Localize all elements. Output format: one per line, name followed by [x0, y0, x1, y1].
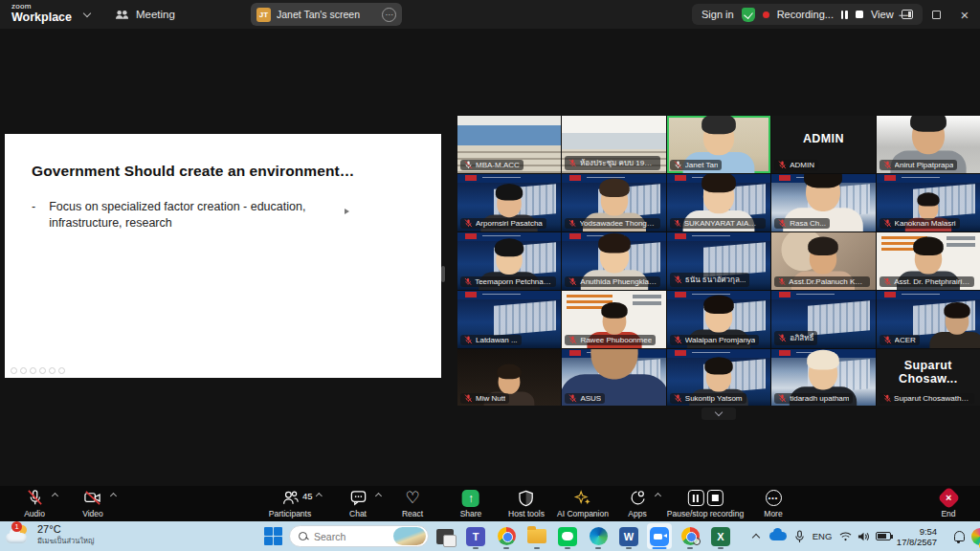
chat-options-chevron[interactable]	[375, 493, 382, 499]
video-options-chevron[interactable]	[110, 493, 117, 499]
participant-tile[interactable]: Kanoknan Malasri	[877, 174, 980, 231]
chat-label: Chat	[349, 509, 367, 518]
weather-cloud-icon: 1	[6, 523, 31, 546]
participant-tile[interactable]: SUKANYARAT AIAMAE...	[667, 174, 770, 231]
participants-options-chevron[interactable]	[316, 493, 323, 499]
taskbar-app-edge[interactable]	[586, 523, 611, 549]
language-indicator[interactable]: ENG	[810, 521, 835, 551]
participant-tile[interactable]: Anirut Pipatprapa	[877, 116, 980, 173]
mic-muted-icon	[464, 394, 473, 403]
meeting-main-area: Government Should create an environment……	[0, 29, 980, 486]
notification-bell-icon[interactable]	[949, 521, 967, 551]
encryption-shield-icon[interactable]	[742, 8, 755, 22]
apps-options-chevron[interactable]	[655, 493, 661, 499]
end-button[interactable]: × End	[938, 489, 959, 518]
stop-icon[interactable]	[706, 490, 723, 506]
taskbar-app-teams[interactable]: T	[463, 523, 488, 549]
participant-tile[interactable]: Sukontip Yatsom	[667, 349, 770, 406]
weather-desc: มีเมฆเป็นส่วนใหญ่	[37, 535, 94, 546]
participant-tile[interactable]: tidaradh upatham	[771, 349, 875, 406]
taskbar-app-line[interactable]	[555, 523, 580, 549]
jt-avatar-badge: JT	[256, 8, 271, 22]
participant-tile[interactable]: ACER	[877, 291, 980, 348]
scrollbar-thumb[interactable]	[441, 266, 445, 282]
start-button[interactable]	[264, 527, 282, 545]
taskbar-search[interactable]	[289, 525, 429, 547]
video-off-icon	[82, 489, 103, 507]
mic-muted-icon	[568, 159, 577, 167]
host-tools-button[interactable]: Host tools	[508, 489, 545, 518]
pause-recording-icon[interactable]	[841, 11, 848, 19]
participant-tile[interactable]: Teemaporn Petchnamk...	[457, 232, 561, 290]
participant-tile[interactable]: ASUS	[562, 349, 665, 406]
gallery-collapse-button[interactable]	[702, 408, 736, 420]
taskbar-app-word[interactable]: W	[616, 523, 641, 549]
react-button[interactable]: ♡ React	[402, 489, 423, 518]
participant-tile[interactable]: Arpornsiri Pasatcha	[457, 174, 561, 231]
tab-meeting[interactable]: Meeting	[107, 0, 183, 29]
taskbar-app-excel[interactable]: X	[708, 523, 733, 549]
participant-name: Yodsawadee Thongklang	[580, 219, 657, 228]
participant-name: tidaradh upatham	[790, 394, 849, 403]
participant-tile[interactable]: อภิสิทธิ์	[771, 291, 875, 348]
participant-name: Sukontip Yatsom	[685, 394, 743, 403]
tab-options-icon[interactable]: ⋯	[382, 8, 396, 22]
participant-name: อภิสิทธิ์	[790, 332, 813, 344]
ai-companion-label: AI Companion	[557, 509, 609, 518]
tray-mic-icon[interactable]	[791, 521, 808, 551]
onedrive-icon[interactable]	[768, 521, 789, 551]
stop-recording-icon[interactable]	[856, 11, 863, 18]
taskbar-app-chromemag[interactable]	[678, 523, 702, 549]
participant-tile[interactable]: ธนัน ธนาอัศวกุล...	[667, 232, 770, 290]
participant-tile[interactable]: Suparut Chosaw...Suparut Chosawathkul..	[877, 349, 980, 406]
pre-app-icon[interactable]: PRE	[969, 521, 980, 551]
taskbar-app-chrome[interactable]	[494, 523, 519, 549]
participant-tile[interactable]: MBA-M.ACC	[457, 116, 561, 173]
participant-tile[interactable]: ห้องประชุม คบบ 19A2...	[562, 116, 665, 173]
audio-button[interactable]: Audio	[24, 489, 45, 518]
participant-tile[interactable]: Rawee Phuboonmee	[562, 291, 665, 348]
mic-muted-icon	[568, 394, 577, 403]
tab-janet-tans-screen[interactable]: JT Janet Tan's screen ⋯	[251, 3, 402, 26]
participant-tile[interactable]: Miw Nutt	[457, 349, 561, 406]
chat-button[interactable]: Chat	[347, 489, 368, 518]
participant-tile[interactable]: Latdawan ...	[457, 291, 561, 348]
audio-options-chevron[interactable]	[52, 493, 58, 499]
search-daily-image[interactable]	[393, 527, 426, 545]
participant-name: Asst.Dr.Palanuch Kong...	[789, 277, 866, 286]
video-button[interactable]: Video	[82, 489, 103, 518]
participant-tile[interactable]: Yodsawadee Thongklang	[562, 174, 665, 231]
mic-muted-icon	[778, 161, 787, 169]
close-button[interactable]: ×	[949, 0, 980, 29]
restore-button[interactable]	[921, 0, 951, 29]
participant-tile[interactable]: Asst.Dr.Palanuch Kong...	[771, 232, 875, 290]
volume-icon[interactable]	[855, 521, 872, 551]
minimize-button[interactable]: ─	[888, 0, 919, 29]
participant-tile[interactable]: Walaipan Promjanya	[667, 291, 770, 348]
taskbar-app-folder[interactable]	[524, 523, 549, 549]
clock[interactable]: 9:54 17/8/2567	[890, 521, 944, 551]
participant-tile[interactable]: Asst. Dr. Phetphrairin ...	[877, 232, 980, 290]
participant-tile[interactable]: Janet Tan	[667, 116, 770, 173]
participant-name: SUKANYARAT AIAMAE...	[684, 219, 762, 228]
wifi-icon[interactable]	[836, 521, 854, 551]
participants-button[interactable]: 45 Participants	[269, 489, 311, 518]
sign-in-button[interactable]: Sign in	[702, 9, 734, 20]
share-button[interactable]: ↑ Share	[460, 489, 482, 518]
apps-button[interactable]: Apps	[627, 489, 648, 518]
weather-widget[interactable]: 1 27°C มีเมฆเป็นส่วนใหญ่	[6, 523, 94, 546]
taskbar-app-taskview[interactable]	[433, 523, 457, 549]
taskbar-app-zoomapp[interactable]	[647, 523, 672, 549]
slide-controls[interactable]	[11, 367, 65, 374]
chevron-down-icon[interactable]	[83, 10, 91, 17]
tray-expand-chevron[interactable]	[748, 521, 764, 551]
ai-companion-button[interactable]: AI Companion	[557, 489, 609, 518]
more-button[interactable]: ••• More	[763, 489, 784, 518]
participant-tile[interactable]: Anuthida Phuengklang	[562, 232, 665, 290]
participant-center-name: ADMIN	[771, 132, 875, 145]
pause-stop-recording-button[interactable]: Pause/stop recording	[667, 489, 744, 518]
search-input[interactable]	[314, 531, 388, 542]
participant-tile[interactable]: Rasa Ch...	[771, 174, 875, 231]
participant-tile[interactable]: ADMINADMIN	[771, 116, 875, 173]
pause-icon[interactable]	[687, 490, 703, 506]
